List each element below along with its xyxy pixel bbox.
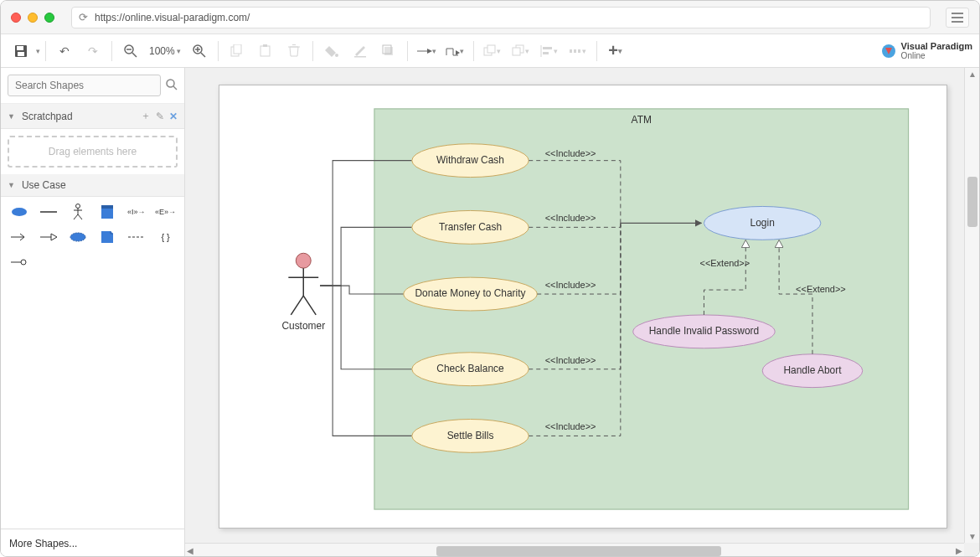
- close-window-icon[interactable]: [11, 13, 21, 23]
- scratchpad-header[interactable]: ▼ Scratchpad ＋ ✎ ✕: [1, 104, 184, 129]
- stroke-button[interactable]: [347, 39, 374, 64]
- shadow-button[interactable]: [375, 39, 402, 64]
- url-text: https://online.visual-paradigm.com/: [95, 12, 250, 23]
- usecase-balance[interactable]: Check Balance: [412, 353, 529, 386]
- palette-triangle-arrow-icon[interactable]: [37, 229, 61, 245]
- reload-icon[interactable]: ⟳: [79, 11, 88, 23]
- palette-line-icon[interactable]: [37, 204, 61, 220]
- palette-system-icon[interactable]: [95, 204, 120, 220]
- horizontal-scrollbar[interactable]: ◀ ▶: [185, 543, 964, 557]
- usecase-transfer[interactable]: Transfer Cash: [412, 210, 529, 244]
- svg-text:<<Include>>: <<Include>>: [545, 421, 596, 431]
- diagram-paper[interactable]: ATM Customer Withdraw Cash T: [219, 85, 947, 529]
- svg-text:Transfer Cash: Transfer Cash: [439, 221, 502, 233]
- svg-text:Login: Login: [750, 217, 775, 229]
- svg-point-34: [167, 80, 174, 87]
- svg-text:<<Extend>>: <<Extend>>: [796, 284, 846, 294]
- svg-line-41: [74, 214, 78, 219]
- to-front-button[interactable]: ▾: [479, 39, 506, 64]
- search-input[interactable]: [8, 75, 161, 96]
- maximize-window-icon[interactable]: [44, 13, 54, 23]
- svg-marker-49: [51, 234, 57, 240]
- toolbar: ▾ ↶ ↷ 100%▾ ▾ ▾ ▾ ▾ ▾ ▾: [1, 34, 979, 68]
- palette-note-icon[interactable]: [95, 229, 120, 245]
- usecase-donate[interactable]: Donate Money to Charity: [404, 277, 537, 311]
- svg-point-54: [296, 253, 311, 268]
- connector-style-button[interactable]: ▾: [413, 39, 440, 64]
- usecase-bills[interactable]: Settle Bills: [412, 419, 529, 452]
- browser-bar: ⟳ https://online.visual-paradigm.com/: [1, 1, 979, 34]
- svg-rect-29: [543, 52, 549, 54]
- canvas[interactable]: ATM Customer Withdraw Cash T: [185, 68, 979, 557]
- minimize-window-icon[interactable]: [28, 13, 38, 23]
- palette-ellipse-icon[interactable]: [8, 204, 32, 220]
- url-bar[interactable]: ⟳ https://online.visual-paradigm.com/: [71, 7, 931, 28]
- svg-text:<<Include>>: <<Include>>: [545, 148, 596, 158]
- scratchpad-dropzone[interactable]: Drag elements here: [8, 136, 178, 168]
- svg-rect-26: [513, 48, 520, 55]
- zoom-in-button[interactable]: [186, 39, 213, 64]
- save-button[interactable]: [8, 39, 34, 64]
- usecase-withdraw[interactable]: Withdraw Cash: [412, 144, 529, 178]
- vertical-scrollbar[interactable]: ▲ ▼: [964, 68, 979, 543]
- svg-text:<<Include>>: <<Include>>: [545, 355, 596, 365]
- usecase-header[interactable]: ▼ Use Case: [1, 174, 184, 197]
- svg-rect-2: [18, 52, 24, 56]
- align-button[interactable]: ▾: [536, 39, 563, 64]
- svg-text:Settle Bills: Settle Bills: [447, 430, 494, 441]
- svg-line-47: [20, 237, 24, 240]
- undo-button[interactable]: ↶: [51, 39, 78, 64]
- svg-point-38: [76, 204, 80, 209]
- palette-open-arrow-icon[interactable]: [8, 229, 32, 245]
- add-icon[interactable]: ＋: [141, 109, 151, 123]
- svg-text:<<Include>>: <<Include>>: [545, 280, 596, 290]
- svg-text:Donate Money to Charity: Donate Money to Charity: [415, 287, 525, 299]
- fill-button[interactable]: [318, 39, 345, 64]
- svg-text:<<Include>>: <<Include>>: [545, 213, 596, 223]
- search-icon[interactable]: [166, 79, 178, 93]
- redo-button[interactable]: ↷: [80, 39, 106, 64]
- svg-point-50: [70, 233, 85, 241]
- delete-button[interactable]: [281, 39, 307, 64]
- close-icon[interactable]: ✕: [169, 111, 178, 122]
- actor-customer[interactable]: [288, 253, 318, 315]
- palette-actor-icon[interactable]: [66, 204, 90, 220]
- svg-line-4: [132, 53, 137, 57]
- svg-point-36: [12, 208, 27, 216]
- shape-palette: «I»→ «E»→ { }: [1, 197, 184, 277]
- zoom-out-button[interactable]: [117, 39, 144, 64]
- menu-icon[interactable]: [946, 8, 969, 28]
- window-controls: [11, 13, 54, 23]
- svg-rect-11: [234, 44, 241, 54]
- brand-text: Visual ParadigmOnline: [901, 41, 972, 60]
- usecase-abort[interactable]: Handle Abort: [762, 354, 863, 388]
- svg-text:Handle Abort: Handle Abort: [783, 364, 842, 376]
- svg-line-35: [173, 86, 177, 90]
- svg-line-46: [20, 234, 24, 237]
- waypoint-button[interactable]: ▾: [441, 39, 468, 64]
- add-button[interactable]: +▾: [602, 39, 629, 64]
- palette-dash-icon[interactable]: [124, 229, 148, 245]
- scratchpad-title: Scratchpad: [22, 111, 136, 122]
- palette-constraint-icon[interactable]: { }: [153, 229, 178, 245]
- usecase-invalid[interactable]: Handle Invalid Password: [633, 315, 775, 348]
- svg-text:Withdraw Cash: Withdraw Cash: [436, 154, 504, 166]
- distribute-button[interactable]: ▾: [565, 39, 591, 64]
- copy-button[interactable]: [224, 39, 250, 64]
- palette-lollipop-icon[interactable]: [8, 254, 32, 271]
- to-back-button[interactable]: ▾: [508, 39, 534, 64]
- palette-collab-icon[interactable]: [66, 229, 90, 245]
- svg-rect-13: [263, 44, 267, 47]
- svg-text:<<Extend>>: <<Extend>>: [700, 258, 750, 268]
- system-name: ATM: [632, 114, 652, 126]
- sidebar: ▼ Scratchpad ＋ ✎ ✕ Drag elements here ▼ …: [1, 68, 185, 557]
- brand-logo[interactable]: Visual ParadigmOnline: [881, 41, 972, 60]
- edit-icon[interactable]: ✎: [156, 111, 164, 122]
- palette-extend-icon[interactable]: «E»→: [153, 204, 178, 220]
- svg-line-57: [291, 296, 303, 315]
- usecase-login[interactable]: Login: [704, 206, 820, 240]
- zoom-level[interactable]: 100%▾: [146, 45, 184, 57]
- palette-include-icon[interactable]: «I»→: [124, 204, 148, 220]
- paste-button[interactable]: [252, 39, 279, 64]
- more-shapes-link[interactable]: More Shapes...: [1, 529, 184, 557]
